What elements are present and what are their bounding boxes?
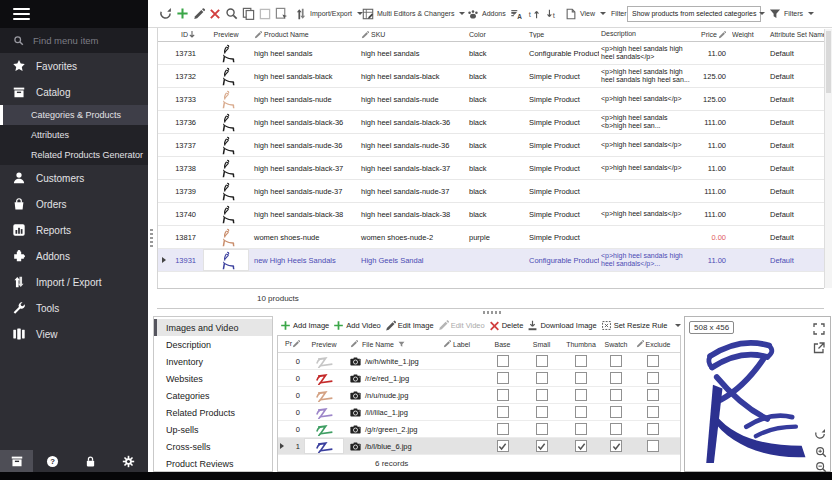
checkbox[interactable]	[536, 389, 548, 401]
col-weight[interactable]: Weight	[732, 31, 767, 38]
import-export-menu[interactable]: Import/Export	[295, 0, 363, 27]
expand-tree-icon[interactable]: t	[528, 8, 540, 20]
checkbox[interactable]	[536, 406, 548, 418]
lock-icon[interactable]	[71, 450, 109, 472]
select-button[interactable]	[259, 8, 271, 20]
paste-button[interactable]	[275, 7, 288, 20]
tab-up-sells[interactable]: Up-sells	[154, 421, 272, 438]
col-swatch[interactable]: Swatch	[601, 341, 631, 348]
view-menu[interactable]: View	[565, 0, 606, 27]
catalog-box-icon[interactable]	[0, 450, 33, 472]
checkbox[interactable]	[610, 372, 622, 384]
fullscreen-icon[interactable]	[812, 322, 825, 335]
sidebar-splitter[interactable]	[150, 229, 153, 247]
sidebar-item-categories-products[interactable]: Categories & Products	[0, 105, 148, 125]
toolbar-overflow-caret[interactable]	[675, 324, 681, 327]
checkbox[interactable]	[647, 372, 659, 384]
col-pr[interactable]: Pr	[285, 340, 302, 348]
image-row-l-i-lilac-1-jpg[interactable]: 0/l/i/lilac_1.jpg	[278, 404, 680, 421]
sidebar-item-favorites[interactable]: Favorites	[0, 53, 148, 79]
col-preview[interactable]: Preview	[201, 31, 251, 38]
checkbox[interactable]	[647, 389, 659, 401]
checkbox[interactable]	[610, 355, 622, 367]
delete-button[interactable]: Delete	[488, 320, 525, 331]
checkbox[interactable]	[575, 440, 587, 452]
image-row-w-h-white-1-jpg[interactable]: 0/w/h/white_1.jpg	[278, 353, 680, 370]
product-row-13739[interactable]: 13739high heel sandals-nude-37high heel …	[158, 180, 824, 203]
checkbox[interactable]	[647, 406, 659, 418]
col-small[interactable]: Small	[522, 341, 561, 348]
checkbox[interactable]	[647, 355, 659, 367]
sidebar-item-related-products-generator[interactable]: Related Products Generator	[0, 145, 148, 165]
checkbox[interactable]	[575, 355, 587, 367]
checkbox[interactable]	[610, 423, 622, 435]
open-external-icon[interactable]	[812, 341, 825, 354]
image-row-n-u-nude-jpg[interactable]: 0/n/u/nude.jpg	[278, 387, 680, 404]
search-products-button[interactable]	[225, 7, 238, 20]
add-product-button[interactable]	[176, 7, 189, 20]
col-description[interactable]: Description	[599, 30, 693, 39]
checkbox[interactable]	[575, 406, 587, 418]
col-sku[interactable]: SKU	[359, 31, 467, 39]
checkbox[interactable]	[497, 355, 509, 367]
zoom-in-icon[interactable]	[814, 445, 827, 458]
col-product-name[interactable]: Product Name	[251, 31, 359, 39]
checkbox[interactable]	[536, 372, 548, 384]
image-row-r-e-red-1-jpg[interactable]: 0/r/e/red_1.jpg	[278, 370, 680, 387]
checkbox[interactable]	[536, 423, 548, 435]
product-row-13731[interactable]: 13731high heel sandalshigh heel sandalsb…	[158, 42, 824, 65]
sidebar-item-attributes[interactable]: Attributes	[0, 125, 148, 145]
grid-scrollbar[interactable]	[824, 29, 832, 288]
product-row-13931[interactable]: 13931new High Heels SandalsHigh Geels Sa…	[158, 249, 824, 272]
sort-icon[interactable]: A	[510, 8, 522, 20]
col-exclude[interactable]: Exclude	[631, 340, 675, 348]
filters-menu[interactable]: Filters	[769, 0, 814, 27]
col-label[interactable]: Label	[441, 340, 483, 348]
checkbox[interactable]	[610, 389, 622, 401]
sidebar-item-orders[interactable]: Orders	[0, 191, 148, 217]
sidebar-item-reports[interactable]: Reports	[0, 217, 148, 243]
edit-product-button[interactable]	[193, 8, 205, 20]
download-image-button[interactable]: Download Image	[526, 320, 597, 331]
product-row-13740[interactable]: 13740high heel sandals-black-38high heel…	[158, 203, 824, 226]
image-row-g-r-green-2-jpg[interactable]: 0/g/r/green_2.jpg	[278, 421, 680, 438]
col-id[interactable]: ID	[170, 31, 201, 39]
col-base[interactable]: Base	[483, 341, 522, 348]
sidebar-item-import-export[interactable]: Import / Export	[0, 269, 148, 295]
tab-product-reviews[interactable]: Product Reviews	[154, 455, 272, 472]
multi-editors-menu[interactable]: Multi Editors & Changers	[362, 0, 465, 27]
product-row-13817[interactable]: 13817women shoes-nudewomen shoes-nude-2p…	[158, 226, 824, 249]
tab-websites[interactable]: Websites	[154, 370, 272, 387]
tab-categories[interactable]: Categories	[154, 387, 272, 404]
checkbox[interactable]	[497, 406, 509, 418]
col-type[interactable]: Type	[527, 31, 599, 38]
product-row-13737[interactable]: 13737high heel sandals-nude-36high heel …	[158, 134, 824, 157]
zoom-out-icon[interactable]	[814, 460, 827, 473]
gear-icon[interactable]	[110, 450, 148, 472]
col-color[interactable]: Color	[467, 31, 527, 38]
col-file-name[interactable]: File Name	[346, 340, 441, 348]
product-row-13732[interactable]: 13732high heel sandals-blackhigh heel sa…	[158, 65, 824, 88]
product-row-13733[interactable]: 13733high heel sandals-nudehigh heel san…	[158, 88, 824, 111]
checkbox[interactable]	[647, 440, 659, 452]
tab-images-and-video[interactable]: Images and Video	[154, 319, 272, 336]
help-icon[interactable]: ?	[33, 450, 71, 472]
delete-product-button[interactable]	[209, 8, 221, 20]
sidebar-item-customers[interactable]: Customers	[0, 165, 148, 191]
checkbox[interactable]	[497, 440, 509, 452]
refresh-button[interactable]	[159, 7, 172, 20]
col-thumbnail[interactable]: Thumbna	[561, 341, 601, 348]
product-row-13738[interactable]: 13738high heel sandals-black-37high heel…	[158, 157, 824, 180]
col-price[interactable]: Price	[693, 31, 732, 39]
checkbox[interactable]	[575, 389, 587, 401]
sidebar-search[interactable]: Find menu item	[0, 28, 148, 53]
checkbox[interactable]	[536, 440, 548, 452]
filter-select[interactable]: Show products from selected categories	[627, 6, 761, 22]
sidebar-item-view[interactable]: View	[0, 321, 148, 347]
menu-hamburger-icon[interactable]	[13, 5, 30, 23]
checkbox[interactable]	[647, 423, 659, 435]
sidebar-item-addons[interactable]: Addons	[0, 243, 148, 269]
checkbox[interactable]	[575, 372, 587, 384]
add-image-button[interactable]: Add Image	[279, 320, 330, 331]
collapse-tree-icon[interactable]: t	[546, 8, 558, 20]
